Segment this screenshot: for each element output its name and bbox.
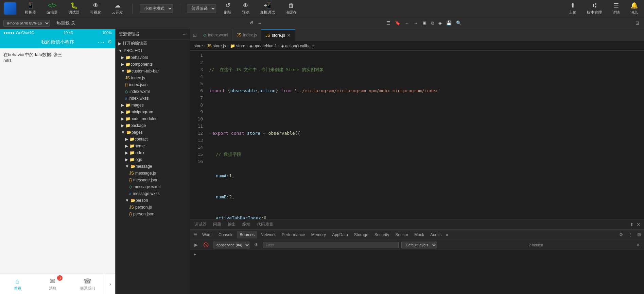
- eye-icon[interactable]: 👁: [253, 242, 260, 248]
- devtools-tab-console[interactable]: Console: [216, 231, 236, 239]
- close-panel-icon[interactable]: ✕: [637, 222, 641, 227]
- devtools-tab-sensor[interactable]: Sensor: [393, 231, 411, 239]
- layout-icon[interactable]: ▣: [421, 20, 428, 26]
- devtools-expand-icon[interactable]: ▶: [193, 242, 199, 248]
- refresh-btn[interactable]: ↺ 刷新: [221, 0, 234, 16]
- folder-pages[interactable]: ▼ 📂 pages: [116, 129, 190, 136]
- hotreload-btn[interactable]: 热重载 关: [55, 19, 77, 27]
- devtools-tab-storage[interactable]: Storage: [351, 231, 371, 239]
- tab-index-js[interactable]: JS index.js: [232, 29, 261, 41]
- split-editor-icon[interactable]: ⊡: [192, 32, 197, 38]
- version-btn[interactable]: ⑆ 版本管理: [584, 1, 605, 16]
- devtools-close-icon[interactable]: ✕: [635, 242, 641, 248]
- detail-btn[interactable]: ☰ 详情: [610, 0, 623, 16]
- message-btn[interactable]: 🔔 消息: [628, 0, 641, 16]
- file-message-json[interactable]: {} message.json: [116, 177, 190, 183]
- devtools-tab-security[interactable]: Security: [372, 231, 392, 239]
- panel-toggle[interactable]: ⊡: [634, 20, 641, 26]
- tab-code-quality[interactable]: 代码质量: [256, 220, 274, 229]
- bookmark-icon[interactable]: 🔖: [394, 20, 402, 26]
- folder-logs[interactable]: ▶ 📁 logs: [116, 156, 190, 163]
- folder-node-modules[interactable]: ▶ 📁 node_modules: [116, 115, 190, 122]
- preview-btn[interactable]: 👁 预览: [239, 1, 252, 16]
- refresh-icon[interactable]: ↺: [248, 20, 255, 26]
- editor-btn[interactable]: </> 编辑器: [44, 1, 60, 16]
- devtools-sidebar-icon[interactable]: ☰: [192, 231, 199, 238]
- device-select[interactable]: iPhone 6/7/8 85% 16: [3, 20, 50, 27]
- visual-btn[interactable]: 👁 可视化: [87, 1, 104, 16]
- mode-select[interactable]: 小程序模式: [140, 4, 173, 13]
- breadcrumb-item-action[interactable]: ◈ action() callback: [281, 44, 315, 48]
- file-message-js[interactable]: JS message.js: [116, 170, 190, 177]
- back-icon[interactable]: ←: [403, 20, 411, 26]
- split-icon[interactable]: ⧉: [430, 20, 435, 27]
- file-index-js-1[interactable]: JS index.js: [116, 75, 190, 81]
- folder-custom-tab-bar[interactable]: ▼ 📂 custom-tab-bar: [116, 68, 190, 75]
- project-section[interactable]: ▼ PROJECT: [116, 47, 190, 54]
- devtools-tab-sources[interactable]: Sources: [237, 231, 257, 239]
- devtools-tab-wxml[interactable]: Wxml: [199, 231, 215, 239]
- devtools-options-icon[interactable]: ⋮: [627, 231, 634, 238]
- tab-store-js[interactable]: JS store.js ✕: [261, 29, 295, 41]
- cloud-btn[interactable]: ☁ 云开发: [109, 0, 126, 16]
- upload-btn[interactable]: ⬆ 上传: [566, 0, 579, 16]
- compile-select[interactable]: 普通编译: [187, 4, 216, 13]
- tab-output[interactable]: 输出: [227, 220, 237, 229]
- tab-terminal[interactable]: 终端: [242, 220, 251, 229]
- phone-home-icon[interactable]: ⊙: [108, 39, 112, 46]
- breadcrumb-item-store[interactable]: store: [194, 44, 203, 48]
- filter-input[interactable]: [263, 242, 399, 248]
- devtools-tab-audits[interactable]: Audits: [428, 231, 444, 239]
- file-person-json[interactable]: {} person.json: [116, 211, 190, 217]
- folder-home[interactable]: ▶ 📁 home: [116, 143, 190, 149]
- folder-behaviors[interactable]: ▶ 📁 behaviors: [116, 54, 190, 61]
- devtools-settings-icon[interactable]: ⚙: [618, 231, 625, 238]
- file-tree-more-icon[interactable]: ···: [183, 32, 187, 37]
- folder-miniprogram[interactable]: ▶ 📁 miniprogram: [116, 109, 190, 115]
- maximize-icon[interactable]: ⬆: [630, 222, 634, 227]
- phone-tab-home[interactable]: ⌂ 首页: [0, 274, 35, 294]
- file-message-wxml[interactable]: ◇ message.wxml: [116, 183, 190, 190]
- file-message-wxss[interactable]: # message.wxss: [116, 190, 190, 197]
- file-person-js[interactable]: JS person.js: [116, 204, 190, 211]
- devtools-tab-mock[interactable]: Mock: [412, 231, 427, 239]
- file-index-wxml-1[interactable]: ◇ index.wxml: [116, 88, 190, 95]
- folder-package[interactable]: ▶ 📁 package: [116, 122, 190, 129]
- folder-message[interactable]: ▼ 📂 message: [116, 163, 190, 170]
- forward-icon[interactable]: →: [412, 20, 419, 26]
- folder-index[interactable]: ▶ 📁 index: [116, 149, 190, 156]
- devtools-undock-icon[interactable]: ⊠: [636, 231, 642, 238]
- file-index-json-1[interactable]: {} index.json: [116, 81, 190, 88]
- devtools-tab-memory[interactable]: Memory: [309, 231, 329, 239]
- fold-arrow-4[interactable]: ▾: [209, 131, 211, 136]
- tab-problems[interactable]: 问题: [212, 220, 222, 229]
- debugger-btn[interactable]: 🐛 调试器: [66, 0, 82, 16]
- breadcrumb-item-updateNum1[interactable]: ◈ updateNum1: [249, 44, 277, 48]
- devtools-tab-network[interactable]: Network: [258, 231, 278, 239]
- devtools-tab-performance[interactable]: Performance: [279, 231, 308, 239]
- tab-index-wxml[interactable]: ◇ index.wxml: [199, 29, 232, 41]
- tab-debugger[interactable]: 调试器: [194, 220, 207, 229]
- phone-tab-message[interactable]: ✉ 消息 3: [35, 274, 70, 294]
- real-debug-btn[interactable]: 📲 真机调试: [257, 0, 278, 16]
- open-editors-section[interactable]: ▶ 打开的编辑器: [116, 39, 190, 47]
- phone-menu-icon[interactable]: ···: [98, 39, 105, 46]
- folder-components[interactable]: ▶ 📁 components: [116, 61, 190, 68]
- folder-images[interactable]: ▶ 📁 images: [116, 102, 190, 109]
- file-save[interactable]: 💾: [445, 20, 453, 26]
- breadcrumb-item-storejs[interactable]: JS store.js: [207, 44, 226, 48]
- simulator-btn[interactable]: 📱 模拟器: [22, 0, 39, 16]
- devtools-tab-appdata[interactable]: AppData: [329, 231, 351, 239]
- clear-cache-btn[interactable]: 🗑 清缓存: [283, 1, 299, 16]
- phone-tab-contact[interactable]: ☎ 联系我们: [70, 274, 105, 294]
- file-options[interactable]: ◈: [437, 20, 443, 26]
- console-expand-icon[interactable]: ▶: [194, 252, 196, 257]
- folder-contact[interactable]: ▶ 📁 contact: [116, 136, 190, 143]
- context-select[interactable]: appservice (#4): [213, 242, 250, 248]
- file-tree-icon[interactable]: ☰: [385, 20, 392, 26]
- code-content[interactable]: // 在这个 JS 文件中，专门来创建 Store 的实例对象 import {…: [206, 51, 644, 219]
- file-extra[interactable]: 🔍: [455, 20, 463, 26]
- levels-select[interactable]: Default levels: [401, 242, 437, 248]
- breadcrumb-item-store2[interactable]: 📁 store: [230, 44, 245, 48]
- folder-person[interactable]: ▼ 📂 person: [116, 197, 190, 204]
